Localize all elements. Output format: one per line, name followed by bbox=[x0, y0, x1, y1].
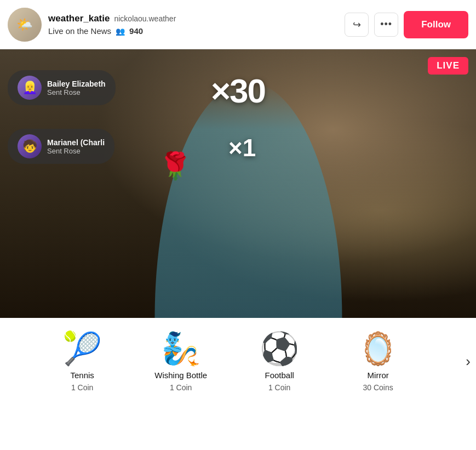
live-badge: LIVE bbox=[428, 57, 468, 75]
gift-name-2: Football bbox=[265, 371, 294, 380]
next-arrow[interactable]: › bbox=[460, 353, 476, 370]
gift-item-1[interactable]: 🧞Wishing Bottle1 Coin bbox=[131, 330, 230, 392]
video-area: 👱‍♀️ Bailey Elizabeth Sent Rose 🧒 Marian… bbox=[0, 49, 476, 318]
share-icon: ↪ bbox=[353, 19, 361, 31]
viewers-icon: 👥 bbox=[116, 27, 125, 36]
rose-emoji: 🌹 bbox=[159, 151, 192, 181]
viewers-count: 940 bbox=[129, 26, 143, 36]
share-button[interactable]: ↪ bbox=[345, 13, 369, 37]
gift-item-3[interactable]: 🪞Mirror30 Coins bbox=[329, 330, 427, 392]
live-status-text: Live on the News bbox=[48, 26, 111, 36]
header-actions: ↪ ••• Follow bbox=[345, 11, 468, 38]
gift-icon-1: 🧞 bbox=[161, 330, 200, 367]
gift-icon-0: 🎾 bbox=[62, 330, 102, 367]
multiplier-large: ×30 bbox=[211, 71, 265, 110]
notif-action-1: Sent Rose bbox=[47, 88, 106, 96]
header: 🌤️ weather_katie nickolaou.weather Live … bbox=[0, 0, 476, 49]
username: weather_katie bbox=[48, 13, 110, 24]
notif-text-1: Bailey Elizabeth Sent Rose bbox=[47, 79, 106, 96]
gift-item-2[interactable]: ⚽Football1 Coin bbox=[230, 330, 329, 392]
notif-name-1: Bailey Elizabeth bbox=[47, 79, 106, 88]
gift-price-3: 30 Coins bbox=[363, 383, 393, 392]
gift-name-0: Tennis bbox=[70, 371, 94, 380]
gift-price-2: 1 Coin bbox=[268, 383, 290, 392]
gift-name-3: Mirror bbox=[368, 371, 389, 380]
avatar-image: 🌤️ bbox=[8, 8, 42, 42]
more-button[interactable]: ••• bbox=[374, 13, 398, 37]
gift-item-0[interactable]: 🎾Tennis1 Coin bbox=[33, 330, 131, 392]
more-icon: ••• bbox=[380, 19, 392, 30]
username-row: weather_katie nickolaou.weather bbox=[48, 13, 345, 24]
gift-price-0: 1 Coin bbox=[71, 383, 93, 392]
gift-notification-1: 👱‍♀️ Bailey Elizabeth Sent Rose bbox=[8, 70, 116, 105]
gift-name-1: Wishing Bottle bbox=[154, 371, 207, 380]
notif-avatar-1: 👱‍♀️ bbox=[18, 76, 42, 100]
avatar[interactable]: 🌤️ bbox=[8, 8, 42, 42]
notif-avatar-2: 🧒 bbox=[18, 134, 42, 158]
notif-text-2: Marianel (Charli Sent Rose bbox=[47, 138, 105, 155]
notif-name-2: Marianel (Charli bbox=[47, 138, 105, 147]
gift-notification-2: 🧒 Marianel (Charli Sent Rose bbox=[8, 129, 114, 164]
follow-button[interactable]: Follow bbox=[404, 11, 468, 38]
gift-icon-3: 🪞 bbox=[358, 330, 398, 367]
header-info: weather_katie nickolaou.weather Live on … bbox=[48, 13, 345, 36]
gifts-bar: 🎾Tennis1 Coin🧞Wishing Bottle1 Coin⚽Footb… bbox=[0, 318, 476, 403]
notif-action-2: Sent Rose bbox=[47, 147, 105, 155]
gift-icon-2: ⚽ bbox=[260, 330, 299, 367]
gift-price-1: 1 Coin bbox=[170, 383, 192, 392]
gifts-container: 🎾Tennis1 Coin🧞Wishing Bottle1 Coin⚽Footb… bbox=[0, 330, 460, 392]
meta-row: Live on the News 👥 940 bbox=[48, 26, 345, 36]
display-name: nickolaou.weather bbox=[114, 14, 176, 23]
multiplier-small: ×1 bbox=[228, 134, 256, 162]
